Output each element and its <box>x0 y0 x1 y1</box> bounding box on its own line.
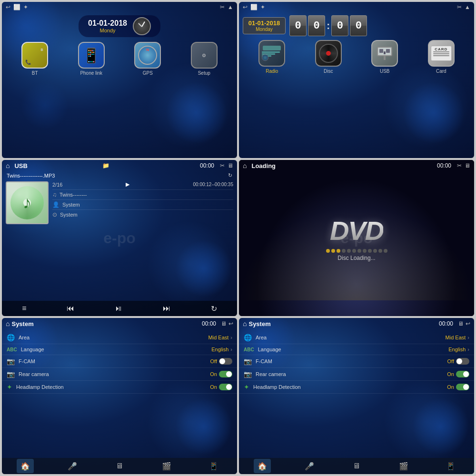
home-icon6[interactable]: ⌂ <box>243 320 247 327</box>
headlamp-label6: Headlamp Detection <box>253 384 447 390</box>
screen-system2: ⌂ System 00:00 🖥 ↩ 🌐 Area Mid East › ABC… <box>239 318 474 474</box>
screen3-controls: ≡ ⏮ ⏯ ⏭ ↻ <box>2 301 237 316</box>
playlist-name-2: System <box>60 212 78 218</box>
settings-icon[interactable]: ✂ <box>220 4 225 10</box>
nav-media6[interactable]: 🎬 <box>395 459 412 473</box>
screenshot-icon2[interactable]: ⬜ <box>250 4 258 10</box>
nav-phone6[interactable]: 📱 <box>442 459 459 473</box>
headlamp-toggle6[interactable] <box>456 384 469 390</box>
nav-monitor5[interactable]: 🖥 <box>111 459 128 473</box>
dot-4 <box>342 249 346 253</box>
back-icon2[interactable]: ↩ <box>243 4 248 10</box>
screen6-topbar: ⌂ System 00:00 🖥 ↩ <box>239 318 474 329</box>
app-setup[interactable]: ⚙ Setup <box>191 42 218 76</box>
ctrl-repeat[interactable]: ↻ <box>207 302 221 315</box>
repeat-icon3: ↻ <box>228 172 232 178</box>
rearcam-toggle6[interactable] <box>456 371 469 377</box>
app-radio[interactable]: Radio <box>258 40 285 74</box>
headlamp-toggle5[interactable] <box>219 384 232 390</box>
fcam-toggle5[interactable] <box>219 358 232 365</box>
dot-2 <box>331 249 335 253</box>
back-icon6[interactable]: ↩ <box>466 320 470 327</box>
dot-8 <box>363 249 367 253</box>
card-label-text: CARD <box>435 47 447 51</box>
screen4-time: 00:00 <box>437 162 451 169</box>
app-card[interactable]: CARD Card <box>428 40 455 74</box>
setting-area-6[interactable]: 🌐 Area Mid East › <box>239 331 474 344</box>
nav-phone5[interactable]: 📱 <box>205 459 222 473</box>
app-gps[interactable]: GPS <box>134 42 161 76</box>
nav-home5[interactable]: 🏠 <box>17 459 34 473</box>
screen3-topbar: ⌂ USB 📁 00:00 ✂ 🖥 <box>2 160 237 171</box>
settings-icon4[interactable]: ✂ <box>457 162 462 169</box>
fcam-toggle6[interactable] <box>456 358 469 365</box>
main-grid: ↩ ⬜ ✦ ✂ ▲ 01-01-2018 Mondy <box>0 0 476 476</box>
flip-m2: 0 <box>350 15 367 36</box>
setting-headlamp-5[interactable]: ✦ Headlamp Detection On <box>2 381 237 394</box>
nav-mic5[interactable]: 🎤 <box>64 459 81 473</box>
playlist-icon-1: 👤 <box>52 201 60 208</box>
fcam-value5: Off <box>210 358 217 364</box>
back-icon5[interactable]: ↩ <box>228 320 233 327</box>
nav-mic6[interactable]: 🎤 <box>301 459 318 473</box>
rearcam-toggle5[interactable] <box>219 371 232 377</box>
playlist-item-2[interactable]: ⊙ System <box>52 209 233 219</box>
ctrl-next[interactable]: ⏭ <box>159 302 174 315</box>
settings-icon3[interactable]: ✂ <box>220 162 225 169</box>
card-inner: CARD <box>431 46 452 61</box>
screen6-time: 00:00 <box>439 320 453 327</box>
settings-icon2[interactable]: ✂ <box>457 4 462 10</box>
setting-language-6[interactable]: ABC Language English › <box>239 344 474 355</box>
monitor-icon5[interactable]: 🖥 <box>221 320 227 327</box>
folder-icon3[interactable]: 📁 <box>102 162 109 169</box>
back-icon[interactable]: ↩ <box>6 4 10 10</box>
screen2-date: 01-01-2018 <box>248 20 280 27</box>
brightness-icon[interactable]: ✦ <box>23 4 28 10</box>
ctrl-playlist[interactable]: ≡ <box>18 302 30 315</box>
setting-fcam-6[interactable]: 📷 F-CAM Off <box>239 355 474 368</box>
up-icon[interactable]: ▲ <box>228 4 233 10</box>
dvd-dots <box>326 249 387 253</box>
home-icon4[interactable]: ⌂ <box>243 162 247 169</box>
setting-area-5[interactable]: 🌐 Area Mid East › <box>2 331 237 344</box>
setting-language-5[interactable]: ABC Language English › <box>2 344 237 355</box>
monitor-icon6[interactable]: 🖥 <box>458 320 464 327</box>
screen-system1: ⌂ System 00:00 🖥 ↩ 🌐 Area Mid East › ABC… <box>2 318 237 474</box>
app-usb[interactable]: USB <box>371 40 398 74</box>
screen5-title: System <box>11 320 200 327</box>
monitor-icon3[interactable]: 🖥 <box>228 162 233 169</box>
setting-rearcam-6[interactable]: 📷 Rear camera On <box>239 368 474 381</box>
screen1-date: 01-01-2018 <box>88 19 127 28</box>
flip-clock: 0 0 : 0 0 <box>289 15 367 36</box>
playlist-name-1: System <box>62 202 80 208</box>
setting-headlamp-6[interactable]: ✦ Headlamp Detection On <box>239 381 474 394</box>
screen3-tracklist: 2/16 ▶ 00:00:12--00:00:35 ♫ Twins-------… <box>52 181 233 224</box>
lang-label5: Language <box>21 347 212 352</box>
ctrl-prev[interactable]: ⏮ <box>63 302 78 315</box>
app-usb-label: USB <box>380 69 390 74</box>
setting-fcam-5[interactable]: 📷 F-CAM Off <box>2 355 237 368</box>
playlist-item-0[interactable]: ♫ Twins-------- <box>52 189 233 199</box>
screen1-app-icons: 📞 ʙ BT 📱 Phone link GPS <box>2 42 237 76</box>
playlist-item-1[interactable]: 👤 System <box>52 199 233 209</box>
nav-monitor6[interactable]: 🖥 <box>348 459 365 473</box>
nav-media5[interactable]: 🎬 <box>158 459 175 473</box>
monitor-icon4[interactable]: 🖥 <box>465 162 470 169</box>
brightness-icon2[interactable]: ✦ <box>260 4 265 10</box>
home-icon5[interactable]: ⌂ <box>6 320 10 327</box>
app-disc-icon <box>315 40 342 67</box>
lang-label6: Language <box>258 347 449 352</box>
up-icon2[interactable]: ▲ <box>465 4 470 10</box>
nav-home6[interactable]: 🏠 <box>254 459 271 473</box>
screenshot-icon[interactable]: ⬜ <box>13 4 20 10</box>
app-disc[interactable]: Disc <box>315 40 342 74</box>
screen6-title: System <box>248 320 437 327</box>
app-bt[interactable]: 📞 ʙ BT <box>21 42 48 76</box>
home-icon3[interactable]: ⌂ <box>6 162 10 169</box>
app-radio-icon <box>258 40 285 67</box>
rearcam-label5: Rear camera <box>19 371 210 377</box>
rearcam-label6: Rear camera <box>256 371 447 377</box>
app-phonelink[interactable]: 📱 Phone link <box>78 42 105 76</box>
ctrl-playpause[interactable]: ⏯ <box>111 302 126 315</box>
setting-rearcam-5[interactable]: 📷 Rear camera On <box>2 368 237 381</box>
